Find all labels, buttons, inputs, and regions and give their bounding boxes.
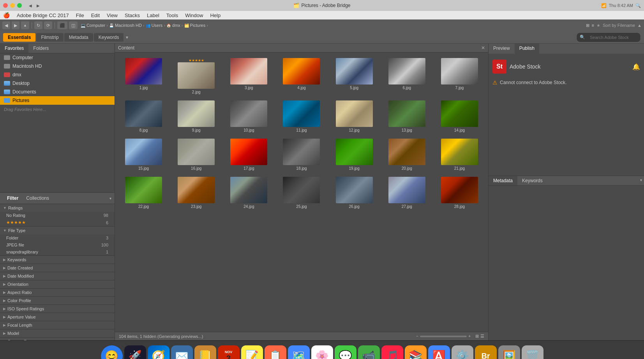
tab-keywords[interactable]: Keywords	[517, 176, 547, 185]
view-mode-grid[interactable]: ⊞	[586, 23, 589, 28]
view-grid-icon[interactable]: ⊞	[475, 334, 479, 339]
breadcrumb-pictures[interactable]: 🗂️ Pictures	[184, 23, 206, 28]
camera-button[interactable]: ⬛	[57, 21, 67, 29]
dock-safari[interactable]: 🧭	[148, 345, 169, 359]
filter-iso-header[interactable]: ▶ ISO Speed Ratings	[0, 305, 115, 313]
thumb-item-17[interactable]: 17.jpg	[224, 137, 273, 172]
dock-mail[interactable]: ✉️	[171, 345, 193, 359]
thumb-item-12[interactable]: 12.jpg	[330, 99, 379, 134]
thumb-item-22[interactable]: 22.jpg	[119, 175, 168, 210]
menu-view[interactable]: View	[104, 12, 121, 19]
content-close-icon[interactable]: ✕	[481, 45, 485, 51]
thumb-item-18[interactable]: 18.jpg	[277, 137, 326, 172]
breadcrumb-computer[interactable]: 💻 Computer	[81, 23, 105, 28]
thumb-item-4[interactable]: 4.jpg	[277, 56, 326, 96]
filter-jpeg[interactable]: JPEG file 100	[0, 241, 115, 248]
thumb-item-27[interactable]: 27.jpg	[382, 175, 432, 210]
search-input[interactable]	[587, 34, 637, 41]
dock-facetime[interactable]: 📹	[358, 345, 380, 359]
thumb-item-13[interactable]: 13.jpg	[382, 99, 432, 134]
back-button[interactable]: ◀	[2, 21, 10, 29]
thumb-item-20[interactable]: 20.jpg	[382, 137, 432, 172]
filter-five-stars[interactable]: ★★★★★ 6	[0, 219, 115, 226]
fav-dmx[interactable]: dmx	[0, 70, 115, 79]
filter-filetype-header[interactable]: ▼ File Type	[0, 227, 115, 234]
workspace-dropdown-icon[interactable]: ▾	[124, 33, 130, 42]
dock-systemprefs[interactable]: ⚙️	[452, 345, 473, 359]
dock-maps[interactable]: 🗺️	[288, 345, 310, 359]
filter-folder[interactable]: Folder 3	[0, 234, 115, 241]
thumb-item-5[interactable]: 5.jpg	[330, 56, 379, 96]
thumb-item-15[interactable]: 15.jpg	[119, 137, 168, 172]
dock-rocket[interactable]: 🚀	[124, 345, 146, 359]
notification-bell-icon[interactable]: 🔔	[632, 63, 640, 70]
zoom-slider[interactable]	[420, 336, 467, 337]
menu-tools[interactable]: Tools	[163, 12, 181, 19]
filter-aperture-header[interactable]: ▶ Aperture Value	[0, 313, 115, 321]
close-button[interactable]	[3, 3, 8, 8]
breadcrumb-hd[interactable]: 💾 Macintosh HD	[109, 23, 142, 28]
tab-favorites[interactable]: Favorites	[0, 44, 28, 53]
filter-aspect-ratio-header[interactable]: ▶ Aspect Ratio	[0, 289, 115, 296]
view-button[interactable]: ◫	[69, 21, 78, 29]
dock-notes[interactable]: 📝	[241, 345, 263, 359]
thumb-item-10[interactable]: 10.jpg	[224, 99, 273, 134]
content-scroll[interactable]: 1.jpg★★★★★2.jpg3.jpg4.jpg5.jpg6.jpg7.jpg…	[115, 53, 488, 332]
tab-filter[interactable]: Filter	[3, 194, 22, 202]
dock-messages[interactable]: 💬	[335, 345, 356, 359]
dock-bridge[interactable]: Br	[475, 345, 497, 359]
filter-color-profile-header[interactable]: ▶ Color Profile	[0, 297, 115, 304]
forward-button[interactable]: ▶	[12, 21, 19, 29]
boomerang-button[interactable]: ⟳	[44, 21, 52, 29]
dock-photos2[interactable]: 🖼️	[498, 345, 520, 359]
filter-snapndrag[interactable]: snapndraglibrary 1	[0, 248, 115, 255]
view-mode-list[interactable]: ≡	[592, 23, 594, 28]
filter-date-created-header[interactable]: ▶ Date Created	[0, 264, 115, 272]
thumb-item-28[interactable]: 28.jpg	[435, 175, 484, 210]
fav-computer[interactable]: Computer	[0, 53, 115, 62]
search-box-container[interactable]: 🔍	[576, 32, 641, 42]
thumb-item-19[interactable]: 19.jpg	[330, 137, 379, 172]
star-filter[interactable]: ★	[596, 23, 600, 28]
thumb-item-21[interactable]: 21.jpg	[435, 137, 484, 172]
dock-photos[interactable]: 🌸	[311, 345, 333, 359]
tab-publish[interactable]: Publish	[515, 44, 539, 54]
dock-appstore[interactable]: 🅰️	[428, 345, 450, 359]
fav-pictures[interactable]: Pictures	[0, 96, 115, 105]
sort-direction[interactable]: ▲	[637, 23, 642, 28]
nav-forward-icon[interactable]: ▶	[35, 2, 41, 9]
thumb-item-8[interactable]: 8.jpg	[119, 99, 168, 134]
filter-focal-length-header[interactable]: ▶ Focal Length	[0, 321, 115, 329]
thumb-item-7[interactable]: 7.jpg	[435, 56, 484, 96]
dock-reminders[interactable]: 📋	[265, 345, 286, 359]
menu-edit[interactable]: Edit	[88, 12, 103, 19]
thumb-item-6[interactable]: 6.jpg	[382, 56, 432, 96]
thumb-item-26[interactable]: 26.jpg	[330, 175, 379, 210]
filter-keywords-header[interactable]: ▶ Keywords	[0, 256, 115, 264]
thumb-item-25[interactable]: 25.jpg	[277, 175, 326, 210]
menu-label[interactable]: Label	[144, 12, 162, 19]
tab-filmstrip[interactable]: Filmstrip	[36, 33, 63, 42]
wifi-icon[interactable]: 📶	[601, 3, 607, 8]
tab-metadata[interactable]: Metadata	[489, 176, 517, 185]
filter-orientation-header[interactable]: ▶ Orientation	[0, 280, 115, 288]
dock-trash[interactable]: 🗑️	[522, 345, 543, 359]
menu-window[interactable]: Window	[182, 12, 206, 19]
dock-books[interactable]: 📚	[405, 345, 427, 359]
tab-preview[interactable]: Preview	[489, 44, 515, 54]
menu-stacks[interactable]: Stacks	[122, 12, 143, 19]
thumb-item-9[interactable]: 9.jpg	[171, 99, 221, 134]
menu-help[interactable]: Help	[207, 12, 224, 19]
minimize-button[interactable]	[10, 3, 15, 8]
tab-collections[interactable]: Collections	[22, 194, 53, 202]
filter-model-header[interactable]: ▶ Model	[0, 329, 115, 337]
search-icon[interactable]: 🔍	[635, 3, 641, 8]
tab-essentials[interactable]: Essentials	[3, 33, 35, 42]
dock-finder[interactable]: 😊	[101, 345, 123, 359]
nav-back-icon[interactable]: ◀	[27, 2, 34, 9]
dock-music[interactable]: 🎵	[381, 345, 403, 359]
tab-metadata[interactable]: Metadata	[64, 33, 93, 42]
thumb-item-1[interactable]: 1.jpg	[119, 56, 168, 96]
thumb-item-11[interactable]: 11.jpg	[277, 99, 326, 134]
menu-bridge[interactable]: Adobe Bridge CC 2017	[14, 12, 72, 19]
